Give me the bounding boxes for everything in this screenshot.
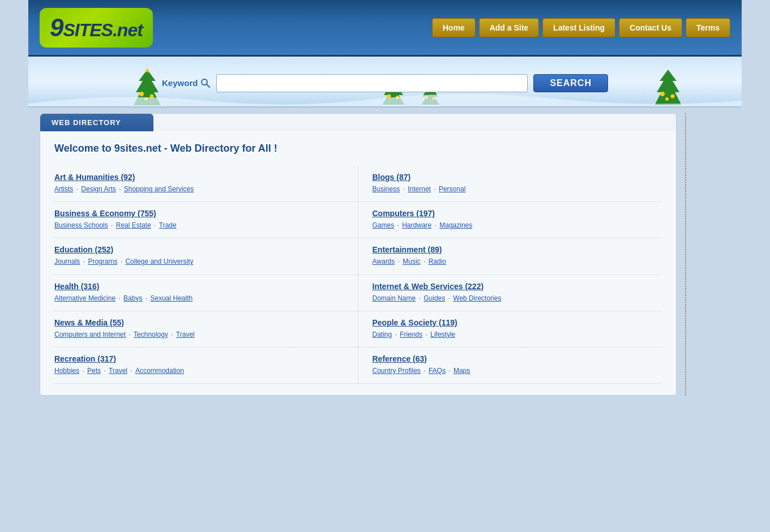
link-magazines[interactable]: Magazines bbox=[439, 221, 472, 229]
snow-wave bbox=[28, 89, 742, 106]
link-real-estate[interactable]: Real Estate bbox=[116, 221, 151, 229]
link-games[interactable]: Games bbox=[373, 221, 395, 229]
category-people-society-link[interactable]: People & Society (119) bbox=[373, 318, 457, 327]
category-art-humanities-link[interactable]: Art & Humanities (92) bbox=[54, 173, 135, 182]
link-business-schools[interactable]: Business Schools bbox=[54, 221, 108, 229]
page-wrapper: 9SITES.net Home Add a Site Latest Listin… bbox=[28, 0, 742, 532]
link-friends[interactable]: Friends bbox=[400, 331, 422, 338]
category-health-link[interactable]: Health (316) bbox=[54, 282, 99, 291]
link-trade[interactable]: Trade bbox=[159, 221, 177, 229]
category-entertainment-link[interactable]: Entertainment (89) bbox=[373, 245, 442, 254]
categories-grid: Art & Humanities (92) Artists · Design A… bbox=[54, 166, 662, 384]
nav-add-site-button[interactable]: Add a Site bbox=[479, 18, 539, 37]
category-title: Blogs (87) bbox=[373, 173, 657, 182]
category-reference-links: Country Profiles · FAQs · Maps bbox=[373, 366, 657, 376]
category-blogs-link[interactable]: Blogs (87) bbox=[373, 173, 411, 182]
keyword-label: Keyword bbox=[162, 78, 211, 88]
category-education-link[interactable]: Education (252) bbox=[54, 245, 113, 254]
link-domain-name[interactable]: Domain Name bbox=[373, 294, 416, 302]
category-art-humanities: Art & Humanities (92) Artists · Design A… bbox=[54, 166, 358, 202]
category-internet-web-link[interactable]: Internet & Web Services (222) bbox=[373, 282, 484, 291]
category-recreation: Recreation (317) Hobbies · Pets · Travel… bbox=[54, 347, 358, 384]
link-hobbies[interactable]: Hobbies bbox=[54, 367, 79, 375]
link-hardware[interactable]: Hardware bbox=[402, 221, 431, 229]
link-design-arts[interactable]: Design Arts bbox=[81, 185, 116, 193]
link-dating[interactable]: Dating bbox=[373, 331, 392, 338]
nav-home-button[interactable]: Home bbox=[432, 18, 476, 37]
category-internet-web-links: Domain Name · Guides · Web Directories bbox=[373, 293, 657, 304]
category-recreation-links: Hobbies · Pets · Travel · Accommodation bbox=[54, 366, 344, 376]
link-alternative-medicine[interactable]: Alternative Medicine bbox=[54, 294, 116, 302]
content-panel: WEB DIRECTORY Welcome to 9sites.net - We… bbox=[40, 113, 677, 396]
link-country-profiles[interactable]: Country Profiles bbox=[373, 367, 421, 375]
category-blogs-links: Business · Internet · Personal bbox=[373, 184, 657, 195]
category-health: Health (316) Alternative Medicine · Baby… bbox=[54, 275, 358, 311]
header: 9SITES.net Home Add a Site Latest Listin… bbox=[28, 0, 742, 57]
link-journals[interactable]: Journals bbox=[54, 258, 80, 265]
nav-contact-us-button[interactable]: Contact Us bbox=[619, 18, 682, 37]
link-radio[interactable]: Radio bbox=[429, 258, 446, 265]
link-travel[interactable]: Travel bbox=[176, 331, 195, 338]
sidebar bbox=[685, 113, 730, 396]
link-pets[interactable]: Pets bbox=[87, 367, 101, 375]
category-news-media-link[interactable]: News & Media (55) bbox=[54, 318, 124, 327]
link-web-directories[interactable]: Web Directories bbox=[453, 294, 501, 302]
search-form: Keyword SEARCH bbox=[162, 74, 608, 92]
nav-terms-button[interactable]: Terms bbox=[686, 18, 730, 37]
panel-body: Welcome to 9sites.net - Web Directory fo… bbox=[40, 131, 676, 395]
category-title: Education (252) bbox=[54, 245, 344, 254]
link-travel-rec[interactable]: Travel bbox=[109, 367, 127, 375]
keyword-text: Keyword bbox=[162, 78, 198, 88]
nav-latest-listing-button[interactable]: Latest Listing bbox=[542, 18, 615, 37]
category-entertainment: Entertainment (89) Awards · Music · Radi… bbox=[358, 238, 662, 274]
category-news-media: News & Media (55) Computers and Internet… bbox=[54, 311, 358, 347]
logo-area[interactable]: 9SITES.net bbox=[40, 8, 153, 48]
link-sexual-health[interactable]: Sexual Health bbox=[150, 294, 192, 302]
link-artists[interactable]: Artists bbox=[54, 185, 73, 193]
category-people-society-links: Dating · Friends · Lifestyle bbox=[373, 329, 657, 340]
category-business-links: Business Schools · Real Estate · Trade bbox=[54, 220, 344, 231]
link-awards[interactable]: Awards bbox=[373, 258, 395, 265]
category-business: Business & Economy (755) Business School… bbox=[54, 202, 358, 238]
search-input[interactable] bbox=[216, 74, 528, 92]
main-content: WEB DIRECTORY Welcome to 9sites.net - We… bbox=[28, 108, 742, 401]
category-title: Recreation (317) bbox=[54, 354, 344, 363]
category-entertainment-links: Awards · Music · Radio bbox=[373, 256, 657, 267]
link-business[interactable]: Business bbox=[373, 185, 400, 193]
link-music[interactable]: Music bbox=[403, 258, 420, 265]
category-reference-link[interactable]: Reference (63) bbox=[373, 354, 427, 363]
logo-text: 9SITES.net bbox=[50, 14, 143, 42]
link-lifestyle[interactable]: Lifestyle bbox=[430, 331, 455, 338]
category-recreation-link[interactable]: Recreation (317) bbox=[54, 354, 116, 363]
link-shopping-services[interactable]: Shopping and Services bbox=[124, 185, 194, 193]
search-button[interactable]: SEARCH bbox=[533, 74, 608, 92]
link-internet[interactable]: Internet bbox=[408, 185, 431, 193]
link-programs[interactable]: Programs bbox=[88, 258, 117, 265]
link-college-university[interactable]: College and University bbox=[125, 258, 193, 265]
welcome-title: Welcome to 9sites.net - Web Directory fo… bbox=[54, 143, 662, 155]
link-personal[interactable]: Personal bbox=[439, 185, 465, 193]
search-section: Keyword SEARCH bbox=[28, 57, 742, 108]
category-business-link[interactable]: Business & Economy (755) bbox=[54, 209, 156, 218]
category-title: Entertainment (89) bbox=[373, 245, 657, 254]
category-title: Health (316) bbox=[54, 282, 344, 291]
category-title: Computers (197) bbox=[373, 209, 657, 218]
nav-buttons: Home Add a Site Latest Listing Contact U… bbox=[432, 18, 730, 37]
link-faqs[interactable]: FAQs bbox=[429, 367, 446, 375]
category-computers-link[interactable]: Computers (197) bbox=[373, 209, 435, 218]
link-technology[interactable]: Technology bbox=[134, 331, 168, 338]
link-computers-internet[interactable]: Computers and Internet bbox=[54, 331, 126, 338]
category-blogs: Blogs (87) Business · Internet · Persona… bbox=[358, 166, 662, 202]
category-art-humanities-links: Artists · Design Arts · Shopping and Ser… bbox=[54, 184, 344, 195]
link-guides[interactable]: Guides bbox=[424, 294, 445, 302]
category-title: Reference (63) bbox=[373, 354, 657, 363]
category-health-links: Alternative Medicine · Babys · Sexual He… bbox=[54, 293, 344, 304]
link-accommodation[interactable]: Accommodation bbox=[135, 367, 184, 375]
search-icon bbox=[200, 78, 211, 88]
category-internet-web: Internet & Web Services (222) Domain Nam… bbox=[358, 275, 662, 311]
category-education-links: Journals · Programs · College and Univer… bbox=[54, 256, 344, 267]
svg-line-20 bbox=[207, 84, 209, 87]
link-babys[interactable]: Babys bbox=[123, 294, 142, 302]
logo-rest: SITES.net bbox=[63, 20, 142, 40]
link-maps[interactable]: Maps bbox=[454, 367, 470, 375]
